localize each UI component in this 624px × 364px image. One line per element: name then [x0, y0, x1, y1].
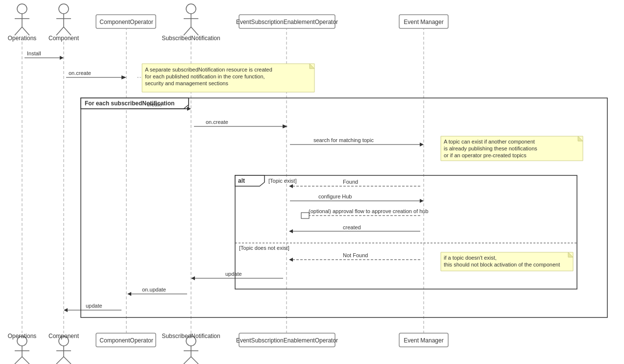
actor-eventmgr-top-label: Event Manager — [404, 19, 443, 25]
actor-comp-top-leg1 — [56, 27, 64, 35]
msg-update1-label: update — [225, 271, 242, 277]
msg-created-arrow — [289, 229, 293, 233]
frame-alt-label: alt — [238, 177, 245, 184]
msg-notfound-arrow — [289, 258, 293, 262]
sequence-diagram: Operations Component ComponentOperator S… — [0, 0, 624, 364]
msg-oncreate1-arrow — [121, 75, 126, 79]
actor-subnot-top-leg2 — [191, 27, 198, 35]
actor-eventmgr-bot-label: Event Manager — [404, 337, 443, 344]
actor-eventsub-bot-label: EventSubscriptionEnablementOperator — [236, 337, 338, 344]
actor-ops-top-head — [17, 4, 27, 14]
msg-found-label: Found — [343, 179, 358, 185]
actor-comp-top-head — [59, 4, 69, 14]
note-topicnotexist-line2: this should not block activation of the … — [444, 262, 560, 267]
msg-create-label: create — [147, 101, 162, 107]
actor-subnot-bot-leg1 — [184, 357, 191, 364]
note-topicexist-line2: is already publishing these notification… — [444, 146, 537, 151]
note-subnot-line1: A separate subscribedNotification resour… — [145, 67, 272, 73]
actor-comp-top-leg2 — [64, 27, 71, 35]
actor-compop-bot-label: ComponentOperator — [99, 337, 153, 344]
note-subnot-line2: for each published notification in the c… — [145, 73, 265, 79]
actor-ops-top-label: Operations — [8, 35, 37, 42]
actor-ops-top-leg2 — [22, 27, 29, 35]
msg-update2-label: update — [86, 303, 102, 309]
frame-alt-condition: [Topic exist] — [268, 178, 296, 184]
actor-subnot-top-head — [186, 4, 196, 14]
msg-update2-arrow — [64, 308, 68, 312]
msg-confighub-label: configure Hub — [318, 194, 352, 199]
actor-eventsub-top-label: EventSubscriptionEnablementOperator — [236, 19, 338, 25]
msg-oncreate2-label: on.create — [206, 119, 228, 125]
msg-confighub-arrow — [420, 199, 424, 203]
msg-onupdate-label: on.update — [142, 287, 166, 292]
diagram-container: Operations Component ComponentOperator S… — [0, 0, 624, 364]
actor-subnot-top-leg1 — [184, 27, 191, 35]
note-subnot-line3: security and management sections — [145, 80, 228, 86]
note-topicexist-line3: or if an operator pre-created topics — [444, 152, 527, 158]
actor-comp-top-label: Component — [48, 35, 79, 42]
actor-subnot-bot-label: SubscribedNotification — [162, 333, 220, 340]
msg-update1-arrow — [191, 276, 195, 280]
actor-ops-bot-leg1 — [15, 357, 22, 364]
msg-notfound-label: Not Found — [343, 252, 368, 258]
msg-created-label: created — [343, 224, 361, 230]
msg-found-arrow — [289, 184, 293, 188]
note-topicnotexist-line1: if a topic doesn't exist, — [444, 255, 497, 261]
note-topicexist-line1: A topic can exist if another component — [444, 139, 535, 145]
msg-install-label: Install — [27, 50, 41, 56]
actor-ops-top-leg1 — [15, 27, 22, 35]
msg-approval-label: (optional) approval flow to approve crea… — [309, 208, 429, 214]
frame-alt-condition2: [Topic does not exist] — [239, 245, 289, 251]
actor-compop-top-label: ComponentOperator — [99, 19, 153, 25]
actor-ops-bot-leg2 — [22, 357, 29, 364]
actor-ops-bot-label: Operations — [8, 333, 37, 340]
msg-search-arrow — [420, 143, 424, 146]
frame-foreach — [81, 98, 607, 317]
msg-create-arrow — [187, 107, 191, 111]
actor-comp-bot-leg1 — [56, 357, 64, 364]
actor-subnot-top-label: SubscribedNotification — [162, 35, 220, 42]
actor-comp-bot-label: Component — [48, 333, 79, 340]
msg-onupdate-arrow — [127, 292, 131, 296]
msg-oncreate1-label: on.create — [69, 70, 91, 76]
actor-subnot-bot-leg2 — [191, 357, 198, 364]
msg-search-label: search for matching topic — [313, 137, 374, 143]
msg-approval-box — [301, 213, 309, 218]
actor-comp-bot-leg2 — [64, 357, 71, 364]
msg-install-arrow — [60, 56, 64, 60]
